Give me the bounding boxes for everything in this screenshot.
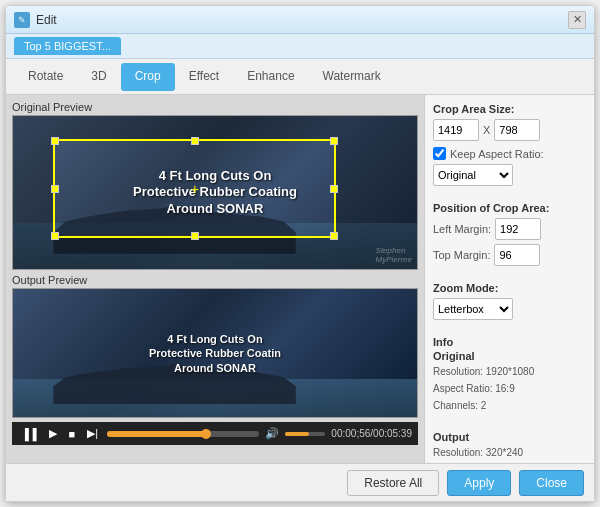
tab-effect[interactable]: Effect <box>175 63 233 91</box>
tab-watermark[interactable]: Watermark <box>309 63 395 91</box>
crop-handle-lm[interactable] <box>51 185 59 193</box>
original-aspect: Aspect Ratio: 16:9 <box>433 381 586 396</box>
crop-handle-bl[interactable] <box>51 232 59 240</box>
aspect-ratio-section: Keep Aspect Ratio: Original 16:9 4:3 1:1 <box>433 147 586 186</box>
crop-area-section: Crop Area Size: X <box>433 103 586 141</box>
progress-fill <box>107 431 206 437</box>
crop-handle-br[interactable] <box>330 232 338 240</box>
crop-handle-tr[interactable] <box>330 137 338 145</box>
original-channels: Channels: 2 <box>433 398 586 413</box>
stop-button[interactable]: ■ <box>66 427 79 441</box>
top-margin-label: Top Margin: <box>433 249 490 261</box>
crop-handle-rm[interactable] <box>330 185 338 193</box>
position-section: Position of Crop Area: Left Margin: Top … <box>433 202 586 266</box>
left-margin-label: Left Margin: <box>433 223 491 235</box>
crop-width-input[interactable] <box>433 119 479 141</box>
crop-size-row: X <box>433 119 586 141</box>
tab-bar: Rotate 3D Crop Effect Enhance Watermark <box>6 59 594 95</box>
output-video-text: 4 Ft Long Cuts OnProtective Rubber Coati… <box>53 332 376 375</box>
info-section: Info Original Resolution: 1920*1080 Aspe… <box>433 336 586 463</box>
output-video-bg: 4 Ft Long Cuts OnProtective Rubber Coati… <box>13 289 417 417</box>
apply-button[interactable]: Apply <box>447 470 511 496</box>
x-label: X <box>483 124 490 136</box>
keep-aspect-row: Keep Aspect Ratio: <box>433 147 586 160</box>
keep-aspect-label: Keep Aspect Ratio: <box>450 148 544 160</box>
zoom-section: Zoom Mode: Letterbox Pan & Scan Full <box>433 282 586 320</box>
crop-area-label: Crop Area Size: <box>433 103 586 115</box>
left-margin-row: Left Margin: <box>433 218 586 240</box>
original-info-title: Original <box>433 350 586 362</box>
next-button[interactable]: ▶| <box>84 426 101 441</box>
keep-aspect-checkbox[interactable] <box>433 147 446 160</box>
crop-handle-tl[interactable] <box>51 137 59 145</box>
progress-thumb[interactable] <box>201 429 211 439</box>
watermark: StephenMyPierree <box>376 246 412 264</box>
info-title: Info <box>433 336 586 348</box>
crosshair: + <box>191 181 199 197</box>
playback-controls: ▐▐ ▶ ■ ▶| 🔊 00:00;56/00:05:39 <box>12 422 418 445</box>
restore-all-button[interactable]: Restore All <box>347 470 439 496</box>
crop-overlay[interactable]: + <box>53 139 336 238</box>
output-preview: 4 Ft Long Cuts OnProtective Rubber Coati… <box>12 288 418 418</box>
main-content: Original Preview 4 Ft Long Cuts OnProtec… <box>6 95 594 463</box>
top-margin-input[interactable] <box>494 244 540 266</box>
original-preview-label: Original Preview <box>12 101 418 113</box>
crop-handle-bm[interactable] <box>191 232 199 240</box>
tab-rotate[interactable]: Rotate <box>14 63 77 91</box>
file-tab-bar: Top 5 BIGGEST... <box>6 34 594 59</box>
original-preview-container: Original Preview 4 Ft Long Cuts OnProtec… <box>12 101 418 270</box>
output-info-title: Output <box>433 431 586 443</box>
right-panel: Crop Area Size: X Keep Aspect Ratio: Ori… <box>424 95 594 463</box>
video-background: 4 Ft Long Cuts OnProtective Rubber Coati… <box>13 116 417 269</box>
tab-enhance[interactable]: Enhance <box>233 63 308 91</box>
progress-bar[interactable] <box>107 431 259 437</box>
title-bar: ✎ Edit ✕ <box>6 6 594 34</box>
file-tab[interactable]: Top 5 BIGGEST... <box>14 37 121 55</box>
zoom-select[interactable]: Letterbox Pan & Scan Full <box>433 298 513 320</box>
window-title: Edit <box>36 13 57 27</box>
play-forward-button[interactable]: ▶ <box>46 426 60 441</box>
top-margin-row: Top Margin: <box>433 244 586 266</box>
volume-icon[interactable]: 🔊 <box>265 427 279 440</box>
original-preview: 4 Ft Long Cuts OnProtective Rubber Coati… <box>12 115 418 270</box>
app-icon: ✎ <box>14 12 30 28</box>
close-window-button[interactable]: ✕ <box>568 11 586 29</box>
play-button[interactable]: ▐▐ <box>18 427 40 441</box>
preview-area: Original Preview 4 Ft Long Cuts OnProtec… <box>6 95 424 463</box>
zoom-label: Zoom Mode: <box>433 282 586 294</box>
tab-crop[interactable]: Crop <box>121 63 175 91</box>
original-resolution: Resolution: 1920*1080 <box>433 364 586 379</box>
output-preview-container: Output Preview 4 Ft Long Cuts OnProtecti… <box>12 274 418 418</box>
title-bar-left: ✎ Edit <box>14 12 57 28</box>
crop-height-input[interactable] <box>494 119 540 141</box>
close-button[interactable]: Close <box>519 470 584 496</box>
left-margin-input[interactable] <box>495 218 541 240</box>
volume-fill <box>285 432 309 436</box>
aspect-ratio-select[interactable]: Original 16:9 4:3 1:1 <box>433 164 513 186</box>
volume-bar[interactable] <box>285 432 325 436</box>
crop-handle-tm[interactable] <box>191 137 199 145</box>
time-display: 00:00;56/00:05:39 <box>331 428 412 439</box>
position-label: Position of Crop Area: <box>433 202 586 214</box>
output-resolution: Resolution: 320*240 <box>433 445 586 460</box>
edit-window: ✎ Edit ✕ Top 5 BIGGEST... Rotate 3D Crop… <box>5 5 595 502</box>
output-preview-label: Output Preview <box>12 274 418 286</box>
bottom-bar: Restore All Apply Close <box>6 463 594 501</box>
tab-3d[interactable]: 3D <box>77 63 120 91</box>
